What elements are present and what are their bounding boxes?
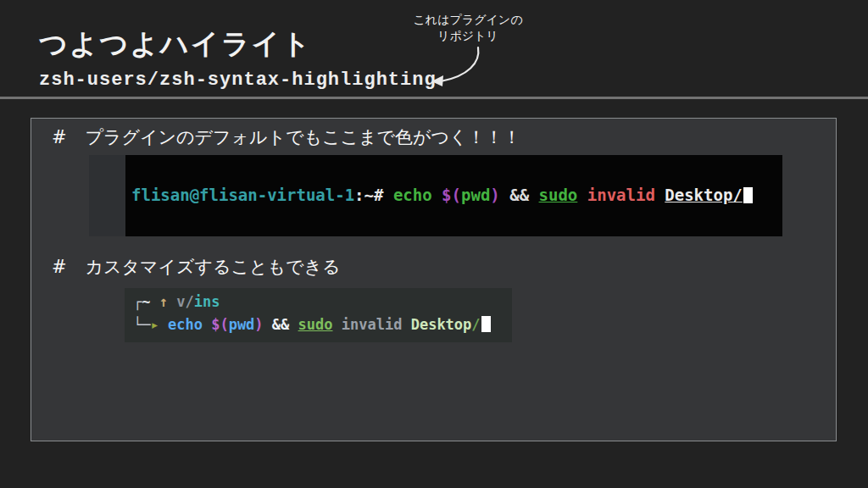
terminal-prompt-line: ┌~ ↑ v/ins <box>133 291 512 313</box>
annotation-note: これはプラグインの リポジトリ <box>392 12 544 44</box>
divider <box>0 97 868 99</box>
curved-arrow-icon <box>424 44 496 88</box>
terminal-cursor <box>743 187 753 203</box>
terminal-cursor <box>481 316 491 332</box>
terminal-line: flisan@flisan-virtual-1:~# echo $(pwd) &… <box>131 184 753 206</box>
terminal-side-strip <box>89 155 125 236</box>
annotation-line-1: これはプラグインの <box>392 12 544 28</box>
content-panel: #プラグインのデフォルトでもここまで色がつく！！！ flisan@flisan-… <box>31 118 837 441</box>
page-title: つよつよハイライト <box>39 25 312 64</box>
terminal-command-line: └─▸ echo $(pwd) && sudo invalid Desktop/ <box>133 313 512 336</box>
terminal-screenshot-default: flisan@flisan-virtual-1:~# echo $(pwd) &… <box>89 155 782 236</box>
section-heading-custom: #カスタマイズすることもできる <box>52 255 341 279</box>
annotation-line-2: リポジトリ <box>392 28 544 44</box>
repo-subtitle: zsh-users/zsh-syntax-highlighting <box>39 69 437 91</box>
slide: { "header": { "title": "つよつよハイライト", "sub… <box>0 0 868 488</box>
heading-text: カスタマイズすることもできる <box>86 257 341 277</box>
heading-hash: # <box>52 257 67 277</box>
terminal-screenshot-custom: ┌~ ↑ v/ins └─▸ echo $(pwd) && sudo inval… <box>125 288 512 342</box>
heading-text: プラグインのデフォルトでもここまで色がつく！！！ <box>86 127 521 147</box>
section-heading-default: #プラグインのデフォルトでもここまで色がつく！！！ <box>52 125 520 149</box>
terminal-screen: flisan@flisan-virtual-1:~# echo $(pwd) &… <box>125 155 782 236</box>
heading-hash: # <box>52 127 67 147</box>
